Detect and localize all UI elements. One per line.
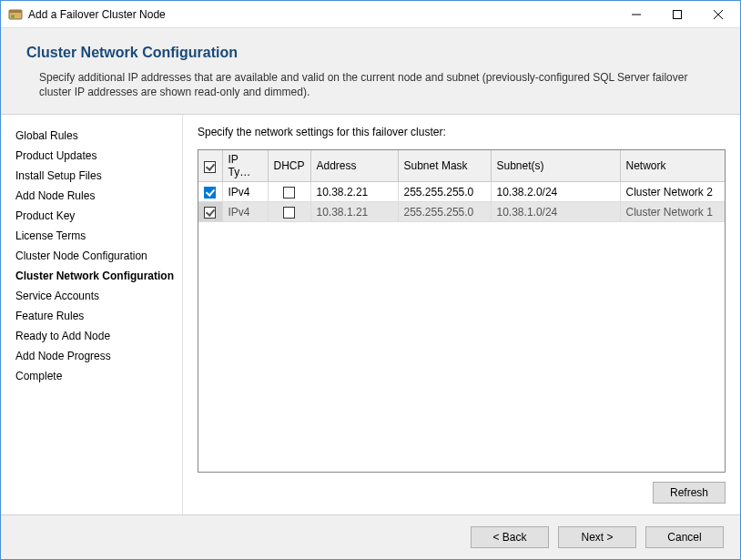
svg-point-2 bbox=[11, 15, 15, 18]
row-select-checkbox bbox=[204, 207, 216, 219]
window-title: Add a Failover Cluster Node bbox=[28, 8, 615, 21]
refresh-row: Refresh bbox=[198, 473, 726, 504]
cell-iptype: IPv4 bbox=[222, 202, 268, 222]
installer-window: Add a Failover Cluster Node Cluster Netw… bbox=[0, 0, 741, 560]
sidebar-step[interactable]: Global Rules bbox=[14, 126, 178, 146]
sidebar-step-label: Cluster Network Configuration bbox=[15, 270, 174, 282]
close-button[interactable] bbox=[697, 1, 738, 27]
sidebar-step-label: Cluster Node Configuration bbox=[15, 249, 147, 262]
dhcp-checkbox[interactable] bbox=[283, 187, 295, 199]
svg-rect-4 bbox=[673, 10, 681, 18]
grid-row: IPv410.38.1.21255.255.255.010.38.1.0/24C… bbox=[198, 202, 725, 222]
sidebar-step[interactable]: Product Key bbox=[14, 206, 178, 226]
grid-header-row: IP Ty… DHCP Address Subnet Mask Subnet(s… bbox=[198, 150, 725, 182]
cell-network: Cluster Network 2 bbox=[620, 182, 725, 202]
sidebar-step-label: Add Node Progress bbox=[15, 350, 111, 362]
sidebar-step-label: Complete bbox=[15, 370, 62, 382]
sidebar-steps: Global RulesProduct UpdatesInstall Setup… bbox=[1, 115, 183, 514]
back-button[interactable]: < Back bbox=[471, 526, 549, 548]
instruction-text: Specify the network settings for this fa… bbox=[198, 126, 726, 138]
dhcp-checkbox bbox=[283, 207, 295, 219]
cell-subnet-mask: 255.255.255.0 bbox=[398, 202, 491, 222]
next-button[interactable]: Next > bbox=[558, 526, 636, 548]
sidebar-step[interactable]: Add Node Rules bbox=[14, 186, 178, 206]
titlebar: Add a Failover Cluster Node bbox=[1, 1, 740, 28]
main-panel: Specify the network settings for this fa… bbox=[183, 115, 740, 514]
col-header-dhcp[interactable]: DHCP bbox=[268, 150, 310, 182]
sidebar-step[interactable]: Cluster Node Configuration bbox=[14, 246, 178, 266]
sidebar-step[interactable]: Complete bbox=[14, 366, 178, 386]
maximize-button[interactable] bbox=[656, 1, 697, 27]
row-select-checkbox[interactable] bbox=[204, 187, 216, 199]
cell-subnets: 10.38.1.0/24 bbox=[491, 202, 620, 222]
sidebar-step-label: Install Setup Files bbox=[15, 169, 102, 182]
col-header-mask[interactable]: Subnet Mask bbox=[398, 150, 491, 182]
cell-dhcp bbox=[268, 202, 310, 222]
network-grid: IP Ty… DHCP Address Subnet Mask Subnet(s… bbox=[198, 149, 726, 473]
cell-address[interactable]: 10.38.2.21 bbox=[310, 182, 398, 202]
cell-subnets: 10.38.2.0/24 bbox=[491, 182, 620, 202]
sidebar-step-label: Add Node Rules bbox=[15, 189, 95, 202]
col-header-check[interactable] bbox=[198, 150, 222, 182]
sidebar-step-label: Product Key bbox=[15, 209, 75, 222]
sidebar-step-label: License Terms bbox=[15, 229, 86, 242]
sidebar-step-label: Service Accounts bbox=[15, 290, 99, 302]
col-header-iptype[interactable]: IP Ty… bbox=[222, 150, 268, 182]
sidebar-step-label: Feature Rules bbox=[15, 310, 84, 322]
sidebar-step[interactable]: Ready to Add Node bbox=[14, 326, 178, 346]
sidebar-step[interactable]: License Terms bbox=[14, 226, 178, 246]
wizard-footer: < Back Next > Cancel bbox=[1, 514, 740, 559]
cell-address: 10.38.1.21 bbox=[310, 202, 398, 222]
sidebar-step-label: Ready to Add Node bbox=[15, 330, 110, 342]
cell-iptype: IPv4 bbox=[222, 182, 268, 202]
sidebar-step[interactable]: Service Accounts bbox=[14, 286, 178, 306]
sidebar-step[interactable]: Add Node Progress bbox=[14, 346, 178, 366]
page-header: Cluster Network Configuration Specify ad… bbox=[1, 28, 740, 115]
cancel-button[interactable]: Cancel bbox=[645, 526, 724, 548]
grid-row[interactable]: IPv410.38.2.21255.255.255.010.38.2.0/24C… bbox=[198, 182, 725, 202]
cell-dhcp[interactable] bbox=[268, 182, 310, 202]
sidebar-step[interactable]: Install Setup Files bbox=[14, 166, 178, 186]
page-title: Cluster Network Configuration bbox=[26, 45, 715, 61]
col-header-network[interactable]: Network bbox=[620, 150, 725, 182]
page-description: Specify additional IP addresses that are… bbox=[26, 70, 715, 99]
cell-network: Cluster Network 1 bbox=[620, 202, 725, 222]
sidebar-step-label: Product Updates bbox=[15, 149, 96, 162]
minimize-button[interactable] bbox=[615, 1, 656, 27]
refresh-button[interactable]: Refresh bbox=[653, 482, 726, 504]
sidebar-step[interactable]: Feature Rules bbox=[14, 306, 178, 326]
sidebar-step-label: Global Rules bbox=[15, 129, 78, 142]
select-all-checkbox[interactable] bbox=[204, 161, 216, 173]
cell-subnet-mask[interactable]: 255.255.255.0 bbox=[398, 182, 491, 202]
col-header-subnets[interactable]: Subnet(s) bbox=[491, 150, 620, 182]
body: Global RulesProduct UpdatesInstall Setup… bbox=[1, 115, 740, 514]
col-header-address[interactable]: Address bbox=[310, 150, 398, 182]
row-select-cell[interactable] bbox=[198, 182, 222, 202]
svg-rect-1 bbox=[9, 10, 22, 13]
row-select-cell bbox=[198, 202, 222, 222]
sidebar-step[interactable]: Product Updates bbox=[14, 146, 178, 166]
app-icon bbox=[8, 7, 23, 22]
sidebar-step[interactable]: Cluster Network Configuration bbox=[14, 266, 178, 286]
